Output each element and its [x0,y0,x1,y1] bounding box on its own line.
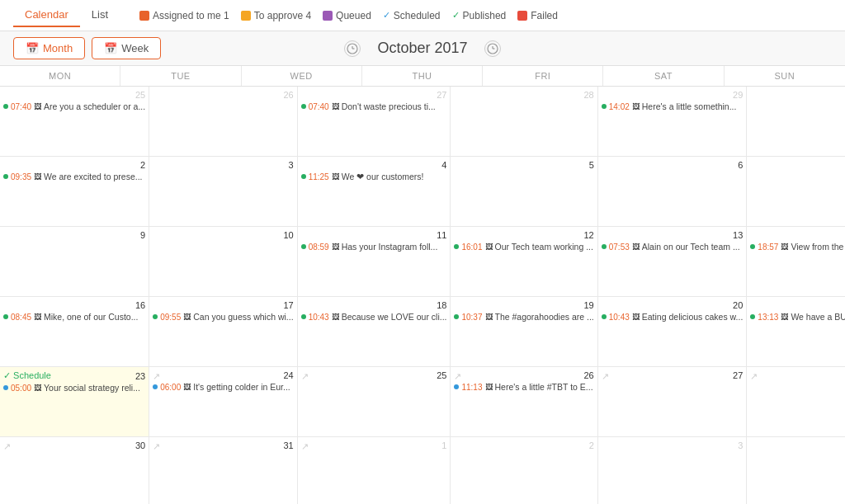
calendar-cell-w2d5[interactable]: 1418:57🖼View from the beach ho... [747,227,845,297]
calendar-cell-w3d0[interactable]: 1608:45🖼Mike, one of our Custo... [0,297,149,367]
calendar-cell-w5d4[interactable]: 3 [598,437,748,504]
month-view-button[interactable]: 📅 Month [13,37,85,59]
calendar-cell-w0d1[interactable]: 26 [149,87,297,157]
legend-approve: To approve 4 [241,10,311,21]
event-media-icon: 🖼 [632,243,640,251]
calendar-event[interactable]: 08:59🖼Has your Instagram foll... [301,242,447,252]
calendar-event[interactable]: 07:40🖼Don't waste precious ti... [301,101,447,111]
calendar-icon: 📅 [26,42,39,54]
event-title: Here's a little #TBT to E... [495,382,593,392]
calendar-cell-w0d4[interactable]: 2914:02🖼Here's a little somethin... [598,87,748,157]
calendar-cell-w5d1[interactable]: ↗31 [149,437,297,504]
month-button-label: Month [43,42,73,54]
calendar-cell-w1d5[interactable]: 7 [747,157,845,227]
calendar-cell-w4d0[interactable]: ✓ Schedule2305:00🖼Your social strategy r… [0,367,149,437]
queued-dot [323,11,333,21]
calendar-event[interactable]: 09:35🖼We are excited to prese... [3,172,145,181]
calendar-event[interactable]: 09:55🖼Can you guess which wi... [153,312,293,322]
event-media-icon: 🖼 [332,313,339,321]
event-dot [750,244,755,249]
calendar-event[interactable]: 14:02🖼Here's a little somethin... [602,101,744,111]
calendar-cell-w2d2[interactable]: 1108:59🖼Has your Instagram foll... [298,227,451,297]
schedule-link[interactable]: ✓ Schedule [3,370,51,381]
calendar-event[interactable]: 05:00🖼Your social strategy reli... [3,383,145,393]
event-media-icon: 🖼 [34,384,41,392]
calendar-event[interactable]: 07:40🖼Are you a scheduler or a... [3,101,145,111]
calendar-cell-w1d4[interactable]: 6 [598,157,748,227]
day-number: 30 [135,440,145,450]
day-number: 12 [584,230,594,240]
event-time: 10:43 [609,313,630,322]
event-time: 08:45 [11,313,31,322]
legend-approve-label: To approve 4 [254,10,311,21]
day-number: 20 [733,300,743,310]
calendar-cell-w3d4[interactable]: 2010:43🖼Eating delicious cakes w... [598,297,748,367]
calendar-cell-w1d1[interactable]: 3 [149,157,297,227]
calendar-cell-w5d0[interactable]: ↗30 [0,437,149,504]
calendar-cell-w0d2[interactable]: 2707:40🖼Don't waste precious ti... [298,87,451,157]
calendar-event[interactable]: 18:57🖼View from the beach ho... [750,242,845,252]
calendar-event[interactable]: 10:37🖼The #agorahoodies are ... [454,312,593,322]
day-number: 28 [584,90,594,100]
event-dot [3,385,8,390]
calendar-cell-w1d0[interactable]: 209:35🖼We are excited to prese... [0,157,149,227]
calendar-event[interactable]: 08:45🖼Mike, one of our Custo... [3,312,145,322]
calendar-cell-w5d3[interactable]: 2 [451,437,597,504]
event-media-icon: 🖼 [34,102,41,111]
next-month-button[interactable] [484,40,501,57]
week-view-button[interactable]: 📅 Week [92,37,161,59]
calendar-cell-w4d2[interactable]: ↗25 [298,367,451,437]
calendar-cell-w0d0[interactable]: 2507:40🖼Are you a scheduler or a... [0,87,149,157]
calendar-event[interactable]: 11:13🖼Here's a little #TBT to E... [454,382,593,392]
header-thu: THU [362,66,483,86]
event-time: 05:00 [11,384,31,393]
schedule-arrow-icon: ↗ [454,371,461,382]
calendar-cell-w4d5[interactable]: ↗28 [747,367,845,437]
calendar-cell-w1d2[interactable]: 411:25🖼We ❤ our customers! [298,157,451,227]
calendar-cell-w2d1[interactable]: 10 [149,227,297,297]
calendar-cell-w1d3[interactable]: 5 [451,157,597,227]
view-buttons: 📅 Month 📅 Week [13,37,161,59]
calendar-event[interactable]: 13:13🖼We have a BUNCH of So... [750,312,845,322]
calendar-cell-w5d2[interactable]: ↗1 [298,437,451,504]
event-title: We are excited to prese... [44,172,142,181]
schedule-arrow-icon: ↗ [153,371,160,382]
event-time: 08:59 [309,243,329,252]
calendar-event[interactable]: 06:00🖼It's getting colder in Eur... [153,382,293,392]
calendar-cell-w3d5[interactable]: 2113:13🖼We have a BUNCH of So... [747,297,845,367]
day-number: 31 [283,440,293,450]
calendar-cell-w3d2[interactable]: 1810:43🖼Because we LOVE our cli... [298,297,451,367]
event-time: 07:53 [609,243,630,252]
calendar-cell-w4d4[interactable]: ↗27 [598,367,748,437]
scheduled-check-icon: ✓ [383,10,390,21]
header-fri: FRI [483,66,603,86]
calendar-cell-w4d1[interactable]: ↗2406:00🖼It's getting colder in Eur... [149,367,297,437]
calendar-cell-w3d3[interactable]: 1910:37🖼The #agorahoodies are ... [451,297,597,367]
calendar-cell-w2d0[interactable]: 9 [0,227,149,297]
calendar-event[interactable]: 16:01🖼Our Tech team working ... [454,242,593,252]
event-title: Your social strategy reli... [44,383,140,393]
calendar-event[interactable]: 11:25🖼We ❤ our customers! [301,172,447,181]
calendar-cell-w0d3[interactable]: 28 [451,87,597,157]
calendar-cell-w4d3[interactable]: ↗2611:13🖼Here's a little #TBT to E... [451,367,597,437]
event-dot [153,314,158,319]
event-media-icon: 🖼 [485,313,493,321]
calendar-event[interactable]: 07:53🖼Alain on our Tech team ... [602,242,744,252]
calendar-cell-w2d4[interactable]: 1307:53🖼Alain on our Tech team ... [598,227,748,297]
calendar-event[interactable]: 10:43🖼Eating delicious cakes w... [602,312,744,322]
schedule-arrow-icon: ↗ [153,441,160,452]
calendar-event[interactable]: 10:43🖼Because we LOVE our cli... [301,312,447,322]
calendar-cell-w0d5[interactable]: 30 [747,87,845,157]
tab-calendar[interactable]: Calendar [13,3,80,27]
calendar-cell-w5d5[interactable]: 4 [747,437,845,504]
prev-month-button[interactable] [344,40,361,57]
calendar-cell-w2d3[interactable]: 1216:01🖼Our Tech team working ... [451,227,597,297]
calendar-cell-w3d1[interactable]: 1709:55🖼Can you guess which wi... [149,297,297,367]
header-sun: SUN [725,66,845,86]
tab-list[interactable]: List [80,3,120,27]
legend-queued: Queued [323,10,371,21]
day-number: 2 [140,160,145,170]
event-time: 11:25 [309,172,329,181]
event-time: 07:40 [309,102,329,111]
assigned-dot [139,11,149,21]
